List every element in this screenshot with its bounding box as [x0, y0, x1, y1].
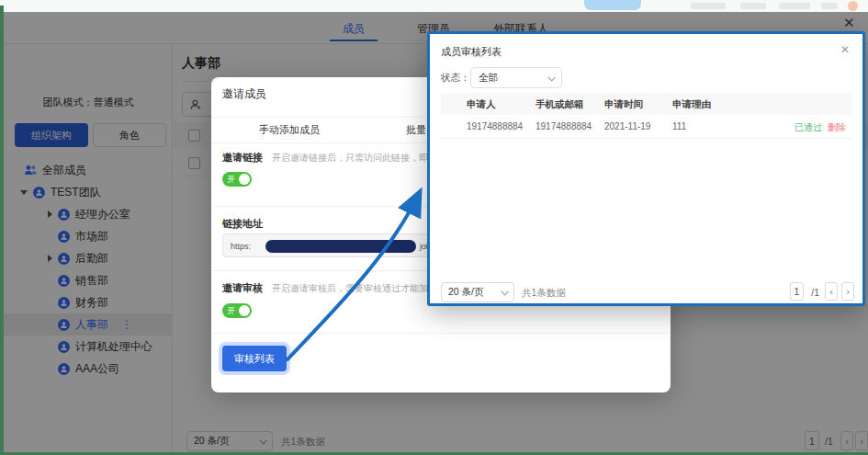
- close-icon[interactable]: ✕: [840, 43, 850, 56]
- current-page-box[interactable]: 1: [790, 282, 804, 301]
- redacted-url-blob: [265, 240, 416, 253]
- cell-applicant: 19174888884: [467, 121, 523, 131]
- browser-avatar: [848, 1, 858, 11]
- status-select[interactable]: 全部: [470, 67, 562, 88]
- toggle-knob: [239, 174, 250, 185]
- browser-pill-button: [584, 0, 641, 10]
- table-header-row: 申请人 手机或邮箱 申请时间 申请理由: [441, 93, 851, 115]
- invite-modal-title: 邀请成员: [222, 86, 266, 102]
- toggle-on-label: 开: [227, 305, 235, 317]
- invite-link-label: 邀请链接: [222, 151, 263, 165]
- invite-review-label: 邀请审核: [222, 281, 263, 295]
- browser-toolbar-item: [821, 3, 838, 9]
- table-row: 19174888884 19174888884 2021-11-19 111 已…: [441, 115, 851, 139]
- delete-link[interactable]: 删除: [828, 122, 846, 132]
- toggle-on-label: 开: [227, 174, 235, 186]
- browser-top-strip: [0, 0, 868, 12]
- invite-link-toggle[interactable]: 开: [222, 172, 252, 187]
- chevron-down-icon: [547, 74, 555, 81]
- status-value: 全部: [479, 72, 498, 85]
- col-apply-time: 申请时间: [604, 98, 643, 111]
- col-apply-reason: 申请理由: [672, 98, 711, 111]
- page-total-label: /1: [811, 287, 819, 298]
- invite-review-toggle[interactable]: 开: [222, 303, 252, 318]
- page-size-value: 20 条/页: [448, 286, 484, 299]
- toggle-knob: [239, 305, 250, 316]
- col-phone-email: 手机或邮箱: [535, 98, 584, 111]
- review-list-button[interactable]: 审核列表: [222, 346, 287, 371]
- browser-toolbar-item: [779, 3, 810, 9]
- close-icon[interactable]: ✕: [843, 15, 855, 31]
- review-modal-title: 成员审核列表: [441, 45, 502, 59]
- member-review-modal: 成员审核列表 ✕ 状态： 全部 申请人 手机或邮箱 申请时间 申请理由 1917…: [427, 31, 865, 306]
- screen: 成员 管理员 外部联系人 团队模式：普通模式 组织架构 角色 全部成员 TEST…: [0, 0, 868, 455]
- cell-apply-time: 2021-11-19: [604, 121, 650, 131]
- chevron-down-icon: [501, 288, 508, 295]
- status-approved-badge: 已通过: [795, 122, 822, 132]
- prev-page-button[interactable]: ‹: [825, 282, 838, 301]
- status-label: 状态：: [441, 72, 470, 85]
- total-count-label: 共1条数据: [522, 287, 566, 300]
- tab-manual-add[interactable]: 手动添加成员: [248, 123, 331, 137]
- page-size-select[interactable]: 20 条/页: [441, 282, 514, 302]
- browser-toolbar-item: [740, 3, 766, 9]
- link-address-label: 链接地址: [222, 217, 263, 231]
- cell-phone-email: 19174888884: [535, 121, 592, 131]
- cell-apply-reason: 111: [672, 121, 686, 131]
- divider: [211, 333, 671, 334]
- col-applicant: 申请人: [467, 98, 496, 111]
- browser-toolbar-item: [691, 3, 726, 9]
- url-prefix: https:: [231, 242, 251, 251]
- capture-border-left: [0, 6, 4, 455]
- next-page-button[interactable]: ›: [841, 282, 854, 301]
